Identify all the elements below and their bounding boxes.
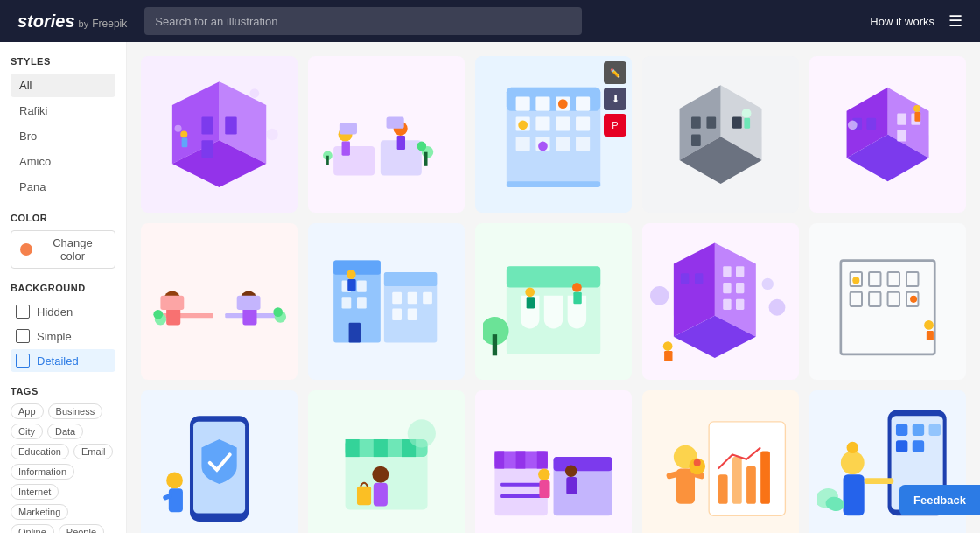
tag-city[interactable]: City: [10, 424, 43, 439]
tag-education[interactable]: Education: [10, 444, 69, 459]
tag-people[interactable]: People: [59, 524, 104, 533]
svg-rect-64: [166, 307, 180, 325]
sidebar-item-bro[interactable]: Bro: [10, 124, 116, 148]
sidebar-item-all[interactable]: All: [10, 74, 116, 97]
bg-simple[interactable]: Simple: [10, 325, 116, 347]
svg-point-110: [769, 299, 786, 316]
svg-rect-160: [676, 469, 694, 504]
download-button[interactable]: ⬇: [604, 88, 626, 110]
svg-point-129: [166, 473, 183, 489]
card-13[interactable]: [475, 390, 632, 533]
svg-rect-54: [897, 113, 906, 124]
sidebar-item-pana[interactable]: Pana: [10, 175, 116, 199]
pinterest-button[interactable]: P: [604, 114, 626, 137]
svg-rect-37: [576, 137, 590, 151]
svg-point-20: [416, 142, 426, 151]
tag-business[interactable]: Business: [48, 403, 103, 419]
tag-app[interactable]: App: [10, 403, 44, 419]
card-9[interactable]: [642, 223, 799, 380]
svg-rect-81: [357, 297, 367, 308]
tag-marketing[interactable]: Marketing: [10, 504, 68, 520]
edit-button[interactable]: ✏️: [604, 61, 626, 84]
svg-rect-3: [201, 116, 213, 134]
card-10[interactable]: [809, 223, 966, 380]
svg-rect-10: [182, 138, 188, 148]
sidebar-item-rafiki[interactable]: Rafiki: [10, 99, 116, 123]
svg-rect-16: [397, 136, 405, 150]
card-2[interactable]: [308, 56, 465, 213]
tag-online[interactable]: Online: [10, 524, 54, 533]
svg-rect-88: [347, 279, 355, 291]
card-3[interactable]: ✏️ ⬇ P: [475, 56, 632, 213]
tag-internet[interactable]: Internet: [10, 484, 59, 500]
card-7[interactable]: [308, 223, 465, 380]
svg-rect-36: [556, 137, 570, 151]
svg-rect-82: [392, 292, 402, 304]
svg-rect-32: [556, 116, 570, 130]
detailed-bg-icon: [16, 354, 30, 368]
svg-point-6: [249, 88, 259, 98]
sidebar-item-amico[interactable]: Amico: [10, 150, 116, 173]
svg-point-87: [346, 270, 356, 279]
svg-point-8: [266, 129, 277, 140]
search-input[interactable]: [144, 7, 582, 35]
card-4[interactable]: [642, 56, 799, 213]
svg-rect-156: [732, 457, 742, 504]
svg-rect-26: [516, 97, 530, 111]
svg-rect-95: [573, 292, 581, 304]
svg-rect-107: [681, 273, 689, 284]
card-12[interactable]: [308, 390, 465, 533]
tag-information[interactable]: Information: [10, 464, 74, 480]
logo-stories-text: stories: [18, 11, 75, 32]
svg-rect-173: [843, 474, 864, 515]
card-11[interactable]: [141, 390, 298, 533]
svg-rect-27: [536, 97, 550, 111]
svg-rect-93: [527, 297, 535, 308]
svg-rect-119: [850, 292, 862, 306]
svg-rect-147: [554, 457, 612, 471]
svg-point-7: [174, 125, 181, 132]
svg-rect-104: [736, 283, 744, 293]
svg-point-175: [847, 442, 858, 453]
svg-rect-171: [913, 440, 924, 452]
svg-rect-130: [169, 488, 183, 512]
svg-point-109: [650, 286, 668, 305]
svg-rect-41: [507, 181, 600, 187]
svg-rect-135: [374, 439, 388, 457]
svg-rect-117: [888, 272, 900, 286]
how-it-works-link[interactable]: How it works: [870, 15, 934, 28]
svg-rect-118: [906, 272, 918, 286]
feedback-button[interactable]: Feedback: [900, 485, 980, 515]
card-14[interactable]: [642, 390, 799, 533]
svg-rect-85: [392, 309, 402, 320]
card-1[interactable]: [141, 56, 298, 213]
svg-rect-80: [341, 297, 351, 308]
svg-rect-148: [500, 483, 542, 487]
svg-rect-153: [566, 477, 577, 494]
svg-rect-149: [500, 494, 542, 498]
card-8[interactable]: [475, 223, 632, 380]
card-6[interactable]: [141, 223, 298, 380]
card-5[interactable]: [809, 56, 966, 213]
hidden-bg-icon: [16, 305, 30, 319]
svg-rect-169: [928, 424, 940, 435]
tag-data[interactable]: Data: [47, 424, 83, 439]
svg-point-38: [518, 120, 528, 130]
menu-icon[interactable]: ☰: [948, 11, 962, 31]
svg-rect-134: [346, 439, 360, 457]
color-swatch: [20, 243, 32, 256]
svg-point-111: [761, 278, 773, 290]
change-color-button[interactable]: Change color: [10, 230, 116, 269]
bg-detailed[interactable]: Detailed: [10, 349, 116, 372]
main-content: ✏️ ⬇ P: [127, 42, 980, 533]
svg-rect-18: [387, 116, 404, 128]
tag-email[interactable]: Email: [74, 444, 114, 459]
svg-point-40: [538, 142, 548, 151]
svg-rect-158: [760, 451, 770, 503]
svg-rect-83: [408, 292, 417, 304]
svg-rect-70: [242, 307, 256, 325]
bg-hidden[interactable]: Hidden: [10, 300, 116, 323]
illustration-grid: ✏️ ⬇ P: [141, 56, 966, 533]
svg-rect-138: [374, 483, 388, 507]
svg-rect-102: [736, 266, 744, 277]
